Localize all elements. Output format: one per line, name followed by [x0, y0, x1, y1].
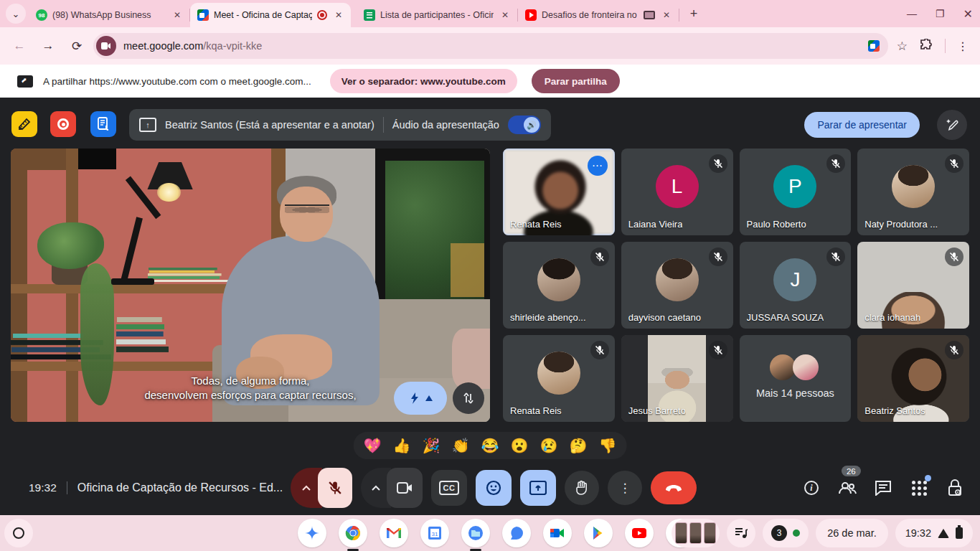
view-shared-tab-button[interactable]: Ver o separador: www.youtube.com [330, 69, 517, 93]
sheets-icon [364, 9, 375, 21]
browser-toolbar: ← → ⟳ meet.google.com/kqa-vpit-kke ☆ ⋮ [0, 27, 980, 65]
host-controls-button[interactable] [946, 479, 964, 497]
mic-off-icon[interactable] [318, 468, 352, 508]
wifi-icon [938, 529, 949, 538]
reaction-heart[interactable]: 💖 [364, 437, 382, 454]
divider [67, 481, 67, 494]
captions-button[interactable]: CC [431, 470, 467, 506]
messages-icon[interactable] [502, 519, 531, 547]
mic-off-icon [590, 341, 609, 359]
overflow-tile[interactable]: Mais 14 pessoas [740, 335, 852, 422]
meet-pip-icon[interactable] [868, 40, 880, 52]
participant-tile[interactable]: Naty Produtora ... [857, 149, 969, 235]
participant-tile[interactable]: dayvison caetano [621, 242, 733, 329]
screen-share-icon [17, 75, 33, 88]
more-options-button[interactable]: ⋮ [608, 471, 642, 505]
mic-button[interactable] [291, 468, 352, 508]
participant-tile[interactable]: clara iohanah [857, 242, 969, 329]
notification-dot [925, 475, 931, 481]
presenter-label: Beatriz Santos (Está a apresentar e a an… [165, 119, 374, 131]
close-window-icon[interactable]: ✕ [963, 7, 973, 21]
expand-button[interactable] [453, 382, 484, 414]
reaction-party[interactable]: 🎉 [423, 437, 440, 454]
back-icon[interactable]: ← [7, 34, 32, 58]
close-tab-icon[interactable]: ✕ [171, 9, 184, 22]
stop-presenting-button[interactable]: Parar de apresentar [804, 112, 920, 138]
reaction-thinking[interactable]: 🤔 [569, 437, 587, 454]
reaction-surprised[interactable]: 😮 [510, 437, 528, 454]
files-icon[interactable] [461, 519, 490, 547]
play-store-icon[interactable] [584, 519, 613, 547]
tab-sheets[interactable]: Lista de participantes - Oficina... ✕ [357, 3, 517, 27]
youtube-app-icon[interactable] [625, 519, 654, 547]
forward-icon[interactable]: → [36, 34, 60, 58]
browser-menu-icon[interactable]: ⋮ [957, 39, 969, 53]
call-controls: CC ⋮ [291, 468, 697, 508]
participant-tile[interactable]: P Paulo Roberto [740, 149, 852, 235]
reactions-button[interactable] [476, 470, 512, 506]
open-windows-preview[interactable] [672, 519, 720, 547]
bookmark-icon[interactable]: ☆ [897, 39, 908, 54]
system-tray[interactable]: 19:32 [895, 519, 973, 547]
tab-youtube[interactable]: Desafios de fronteira no de ✕ [518, 3, 679, 27]
calendar-icon[interactable]: 31 [420, 519, 449, 547]
youtube-icon [525, 9, 537, 21]
close-tab-icon[interactable]: ✕ [332, 9, 345, 22]
transcript-icon[interactable] [90, 111, 116, 137]
raise-hand-button[interactable] [565, 471, 599, 505]
participant-tile[interactable]: J JUSSARA SOUZA [740, 242, 852, 329]
close-tab-icon[interactable]: ✕ [499, 9, 512, 22]
people-button[interactable]: 26 [838, 479, 857, 497]
participant-tile[interactable]: Renata Reis [503, 335, 615, 422]
participant-count-badge: 26 [842, 466, 861, 476]
reload-icon[interactable]: ⟳ [65, 34, 89, 58]
presentation-audio-toggle[interactable]: 🔊 [508, 116, 541, 134]
effects-button[interactable] [394, 382, 447, 415]
recording-active-icon[interactable] [50, 111, 76, 137]
extensions-icon[interactable] [919, 39, 933, 53]
end-call-button[interactable] [651, 471, 697, 504]
reaction-laugh[interactable]: 😂 [481, 437, 499, 454]
presentation-audio-label: Áudio da apresentação [392, 119, 499, 131]
camera-on-icon[interactable] [387, 468, 423, 508]
gemini-icon[interactable] [298, 519, 326, 547]
reaction-cry[interactable]: 😢 [540, 437, 557, 454]
avatar [892, 165, 935, 208]
tile-menu-icon[interactable]: ⋯ [588, 156, 608, 176]
reaction-thumbs-up[interactable]: 👍 [393, 437, 411, 454]
media-controls-icon[interactable] [727, 519, 755, 547]
activities-button[interactable] [910, 479, 928, 497]
tab-search-button[interactable]: ⌄ [6, 4, 26, 24]
clock: 19:32 [905, 527, 931, 539]
stop-sharing-button[interactable]: Parar partilha [532, 69, 620, 93]
close-tab-icon[interactable]: ✕ [660, 9, 673, 22]
new-tab-button[interactable]: + [684, 4, 704, 24]
reaction-clap[interactable]: 👏 [452, 437, 470, 454]
launcher-button[interactable] [4, 519, 33, 547]
minimize-icon[interactable]: — [907, 8, 917, 19]
avatar: P [773, 165, 816, 208]
restore-icon[interactable]: ❐ [936, 8, 945, 19]
annotation-tool-icon[interactable] [11, 111, 37, 137]
meet-app-icon[interactable] [543, 519, 572, 547]
meeting-info: 19:32 Oficina de Captação de Recursos - … [29, 481, 283, 494]
presented-video-tile[interactable]: Todas, de alguma forma, desenvolvem esfo… [11, 149, 490, 422]
gmail-icon[interactable] [380, 519, 408, 547]
participant-tile[interactable]: Jesus Barreto [621, 335, 733, 422]
participant-tile[interactable]: ⋯ Renata Reis [503, 149, 615, 235]
annotate-pen-icon[interactable] [937, 110, 967, 140]
notifications-tray[interactable]: 3 [763, 519, 809, 547]
address-bar[interactable]: meet.google.com/kqa-vpit-kke [93, 33, 888, 59]
meeting-details-button[interactable]: i [802, 479, 821, 497]
present-button[interactable] [520, 470, 556, 506]
chat-button[interactable] [874, 479, 892, 497]
tab-meet[interactable]: Meet - Oficina de Captação ✕ [190, 3, 351, 27]
chrome-icon[interactable] [339, 519, 367, 547]
camera-button[interactable] [361, 468, 423, 508]
participant-tile[interactable]: shirleide abenço... [503, 242, 615, 329]
participant-tile[interactable]: L Laiana Vieira [621, 149, 733, 235]
tab-whatsapp[interactable]: 98 (98) WhatsApp Business ✕ [29, 3, 189, 27]
participant-tile[interactable]: Beatriz Santos [857, 335, 969, 422]
reaction-thumbs-down[interactable]: 👎 [598, 437, 616, 454]
date-display[interactable]: 26 de mar. [816, 519, 888, 547]
